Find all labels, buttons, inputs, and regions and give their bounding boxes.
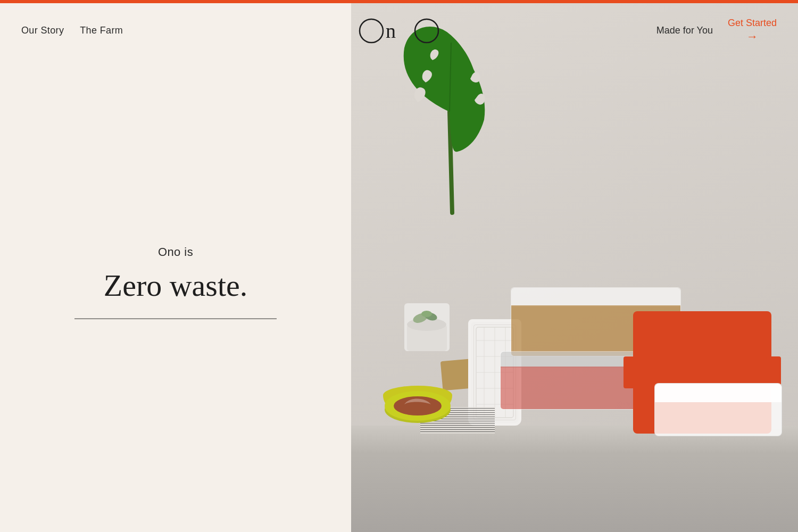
- top-bar: [0, 0, 798, 3]
- svg-text:n: n: [386, 20, 396, 42]
- right-panel: [351, 0, 798, 532]
- svg-point-6: [421, 311, 432, 317]
- logo-container[interactable]: n: [356, 15, 442, 49]
- nav-right: Made for You Get Started →: [656, 18, 777, 44]
- green-bowl: [383, 386, 452, 418]
- svg-point-20: [360, 19, 383, 43]
- hero-title: Zero waste.: [43, 269, 309, 303]
- nav-link-the-farm[interactable]: The Farm: [80, 25, 123, 36]
- main-layout: Ono is Zero waste.: [0, 0, 798, 532]
- hero-divider: [74, 318, 277, 319]
- hero-content: Ono is Zero waste.: [43, 245, 309, 319]
- orange-box-handle-left: [624, 356, 638, 388]
- succulent-pot: [404, 303, 450, 351]
- nav-left: Our Story The Farm: [21, 25, 123, 36]
- container-large-lid: [511, 288, 680, 306]
- nav-link-our-story[interactable]: Our Story: [21, 25, 64, 36]
- container-small-lid: [655, 384, 782, 402]
- left-panel: Ono is Zero waste.: [0, 0, 351, 532]
- photo-scene: [351, 0, 798, 532]
- nav-made-for-you[interactable]: Made for You: [656, 25, 713, 36]
- nav-cta-label[interactable]: Get Started: [728, 18, 777, 29]
- nav-get-started[interactable]: Get Started →: [728, 18, 777, 44]
- floor: [351, 450, 798, 532]
- svg-point-22: [415, 19, 438, 43]
- nav-cta-arrow: →: [746, 30, 758, 44]
- navigation: Our Story The Farm n Made for You Get St…: [0, 0, 798, 61]
- hero-subtitle: Ono is: [43, 245, 309, 259]
- container-small: [654, 383, 782, 436]
- svg-point-3: [407, 318, 446, 331]
